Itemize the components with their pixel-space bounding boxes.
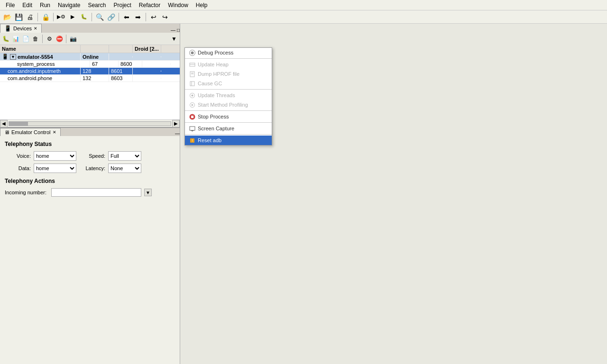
menu-btn[interactable]: ▼: [169, 34, 179, 44]
cause-gc-label: Cause GC: [198, 81, 222, 86]
proc-port-0: 8600: [119, 61, 142, 67]
dump-hprof-btn[interactable]: 📄: [21, 34, 30, 44]
menu-stop-process[interactable]: Stop Process: [185, 112, 272, 121]
redo-btn[interactable]: ↪: [160, 12, 170, 22]
svg-point-10: [191, 94, 193, 96]
maximize-btn[interactable]: □: [177, 27, 180, 33]
debug-process-label: Debug Process: [198, 50, 233, 55]
device-droid: [133, 56, 161, 57]
hscrollbar[interactable]: ◀ ▶: [0, 119, 180, 127]
menu-sep-5: [185, 134, 272, 135]
build-btn[interactable]: ▶⚙: [56, 12, 66, 22]
incoming-scroll-btn[interactable]: ▼: [144, 189, 152, 196]
device-name-cell: 📱 ▼ emulator-5554: [0, 53, 81, 60]
undo-btn[interactable]: ↩: [148, 12, 159, 22]
hscroll-left[interactable]: ◀: [0, 120, 8, 127]
device-name: emulator-5554: [18, 54, 53, 60]
devices-panel: 📱 Devices ✕ — □ 🐛 📊 📄 🗑 ⚙ ⛔ 📷: [0, 24, 180, 128]
data-select[interactable]: homeroamingunregistered: [34, 164, 76, 173]
menu-project[interactable]: Project: [110, 1, 135, 9]
voice-label: Voice:: [5, 153, 31, 159]
menu-debug-process[interactable]: Debug Process: [185, 48, 272, 57]
toolbar-sep-4: [119, 13, 119, 21]
table-row[interactable]: com.android.inputmeth 128 8601: [0, 68, 180, 75]
device-expand-icon: ▼: [10, 54, 16, 60]
menu-reset-adb[interactable]: ! Reset adb: [185, 136, 272, 145]
hscroll-thumb[interactable]: [9, 122, 28, 126]
tab-devices[interactable]: 📱 Devices ✕: [0, 24, 42, 33]
voice-select[interactable]: homeroamingunregistered: [34, 151, 76, 161]
save-btn[interactable]: 💾: [13, 12, 24, 22]
print-btn[interactable]: 🖨: [25, 12, 35, 22]
minimize-btn[interactable]: —: [171, 27, 175, 33]
cause-gc-btn[interactable]: 🗑: [31, 34, 40, 44]
menu-screen-capture[interactable]: Screen Capture: [185, 124, 272, 133]
menu-update-threads[interactable]: Update Threads: [185, 91, 272, 100]
hscroll-right[interactable]: ▶: [172, 120, 180, 127]
data-row: Data: homeroamingunregistered Latency: N…: [5, 164, 175, 173]
devices-toolbar: 🐛 📊 📄 🗑 ⚙ ⛔ 📷 ▼: [0, 33, 180, 45]
menu-edit[interactable]: Edit: [18, 1, 36, 9]
screen-capture-label: Screen Capture: [198, 126, 234, 131]
proc-name-2: com.android.phone: [0, 75, 81, 82]
start-profiling-label: Start Method Profiling: [198, 102, 248, 108]
cause-gc-icon: [189, 80, 195, 87]
debug-device-btn[interactable]: 🐛: [1, 34, 10, 44]
new-btn[interactable]: 📂: [2, 12, 12, 22]
toolbar-sep-2: [53, 13, 54, 21]
table-row[interactable]: com.android.phone 132 8603: [0, 75, 180, 82]
table-row[interactable]: system_process 67 8600: [0, 61, 180, 68]
tab-devices-close[interactable]: ✕: [34, 26, 37, 31]
menu-start-profiling[interactable]: Start Method Profiling: [185, 100, 272, 109]
devices-tabs: 📱 Devices ✕ — □: [0, 24, 180, 33]
tab-emulator[interactable]: 🖥 Emulator Control ✕: [0, 128, 61, 136]
proc-droid-0: [142, 64, 171, 64]
tab-emulator-label: Emulator Control: [11, 129, 51, 135]
hscroll-track[interactable]: [9, 121, 171, 126]
bookmark-btn[interactable]: 🔗: [106, 12, 116, 22]
run-btn[interactable]: ▶: [67, 12, 78, 22]
menu-help[interactable]: Help: [192, 1, 212, 9]
device-row[interactable]: 📱 ▼ emulator-5554 Online: [0, 53, 180, 61]
menu-dump-hprof[interactable]: Dump HPROF file: [185, 69, 272, 79]
menu-file[interactable]: File: [2, 1, 18, 9]
menu-sep-3: [185, 110, 272, 111]
right-panel: Debug Process Update Heap Dump HPROF fil…: [180, 24, 607, 364]
update-threads-btn[interactable]: ⚙: [45, 34, 54, 44]
lock-btn[interactable]: 🔒: [40, 12, 51, 22]
svg-rect-14: [191, 116, 193, 118]
menu-sep-4: [185, 122, 272, 123]
emulator-controls: —: [175, 131, 180, 136]
speed-select[interactable]: FullGSMGPRS: [108, 151, 141, 161]
menu-run[interactable]: Run: [36, 1, 54, 9]
dev-sep-1: [42, 35, 43, 43]
stop-process-label: Stop Process: [198, 114, 229, 119]
svg-rect-17: [192, 131, 193, 131]
update-heap-btn[interactable]: 📊: [11, 34, 20, 44]
back-btn[interactable]: ⬅: [121, 12, 132, 22]
tab-emulator-close[interactable]: ✕: [53, 130, 56, 135]
screen-capture-btn[interactable]: 📷: [68, 34, 78, 44]
menu-navigate[interactable]: Navigate: [54, 1, 84, 9]
stop-process-btn[interactable]: ⛔: [55, 34, 64, 44]
latency-select[interactable]: NoneGPRSEDGE: [108, 164, 141, 173]
col-droid: Droid [2...: [133, 45, 161, 53]
debug-btn[interactable]: 🐛: [79, 12, 89, 22]
forward-btn[interactable]: ➡: [133, 12, 143, 22]
svg-rect-7: [190, 82, 194, 86]
dev-sep-2: [66, 35, 66, 43]
menu-window[interactable]: Window: [164, 1, 192, 9]
menu-update-heap[interactable]: Update Heap: [185, 60, 272, 69]
incoming-input[interactable]: [51, 188, 141, 197]
menu-sep-1: [185, 58, 272, 59]
proc-pid-1: 128: [81, 68, 109, 74]
update-threads-icon: [189, 92, 195, 99]
menu-search[interactable]: Search: [84, 1, 110, 9]
col-name: Name: [0, 45, 81, 53]
menu-refactor[interactable]: Refactor: [135, 1, 164, 9]
search-btn[interactable]: 🔍: [94, 12, 105, 22]
data-label: Data:: [5, 165, 31, 171]
start-profiling-icon: [189, 101, 195, 108]
menu-cause-gc[interactable]: Cause GC: [185, 79, 272, 88]
emulator-minimize[interactable]: —: [175, 131, 180, 136]
